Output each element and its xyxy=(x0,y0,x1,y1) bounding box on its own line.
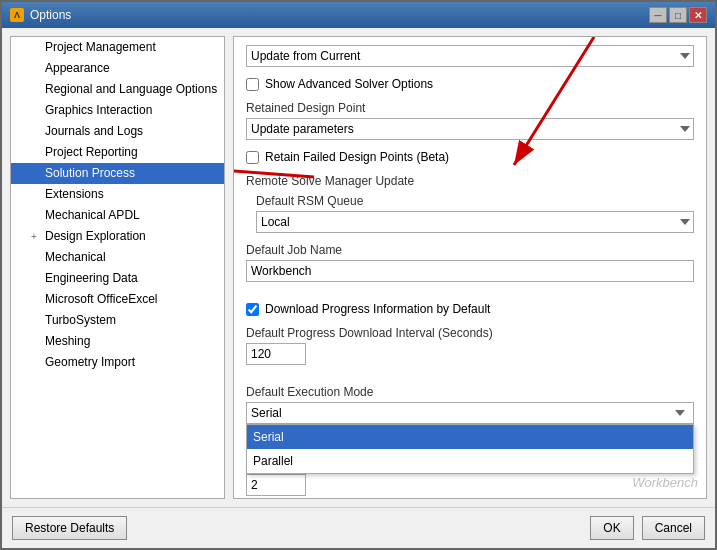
sidebar-item-mechanical[interactable]: Mechanical xyxy=(11,247,224,268)
watermark: Workbench xyxy=(632,475,698,490)
execution-mode-section: Default Execution Mode Serial Serial Par… xyxy=(246,385,694,424)
download-interval-input[interactable] xyxy=(246,343,306,365)
update-from-current-dropdown[interactable]: Update from Current Update Always Update… xyxy=(246,45,694,67)
sidebar-item-regional-language[interactable]: Regional and Language Options xyxy=(11,79,224,100)
default-job-name-input[interactable] xyxy=(246,260,694,282)
footer: Restore Defaults OK Cancel xyxy=(2,507,715,548)
default-job-name-section: Default Job Name xyxy=(246,243,694,292)
title-bar-left: Λ Options xyxy=(10,8,71,22)
download-progress-checkbox[interactable] xyxy=(246,303,259,316)
execution-mode-dropdown-list: Serial Parallel xyxy=(246,424,694,474)
window-title: Options xyxy=(30,8,71,22)
retained-design-point-label: Retained Design Point xyxy=(246,101,694,115)
sidebar-item-extensions[interactable]: Extensions xyxy=(11,184,224,205)
execution-mode-option-parallel[interactable]: Parallel xyxy=(247,449,693,473)
retained-design-point-wrapper: Update parameters Update All Update None xyxy=(246,118,694,140)
close-button[interactable]: ✕ xyxy=(689,7,707,23)
right-panel: Update from Current Update Always Update… xyxy=(233,36,707,499)
title-bar: Λ Options ─ □ ✕ xyxy=(2,2,715,28)
sidebar-item-journals-logs[interactable]: Journals and Logs xyxy=(11,121,224,142)
execution-mode-option-serial[interactable]: Serial xyxy=(247,425,693,449)
sidebar-item-turbo-system[interactable]: TurboSystem xyxy=(11,310,224,331)
retain-failed-design-points-checkbox[interactable] xyxy=(246,151,259,164)
sidebar-item-geometry-import[interactable]: Geometry Import xyxy=(11,352,224,373)
restore-defaults-button[interactable]: Restore Defaults xyxy=(12,516,127,540)
sidebar-item-engineering-data[interactable]: Engineering Data xyxy=(11,268,224,289)
download-progress-row: Download Progress Information by Default xyxy=(246,302,694,316)
update-from-current-wrapper: Update from Current Update Always Update… xyxy=(246,45,694,67)
sidebar-item-project-reporting[interactable]: Project Reporting xyxy=(11,142,224,163)
default-rsm-queue-label: Default RSM Queue xyxy=(256,194,694,208)
remote-solve-manager-label: Remote Solve Manager Update xyxy=(246,174,694,188)
cancel-button[interactable]: Cancel xyxy=(642,516,705,540)
retain-failed-design-points-label: Retain Failed Design Points (Beta) xyxy=(265,150,449,164)
download-progress-label: Download Progress Information by Default xyxy=(265,302,490,316)
minimize-button[interactable]: ─ xyxy=(649,7,667,23)
main-window: Λ Options ─ □ ✕ Project Management Appea… xyxy=(0,0,717,550)
content-area: Project Management Appearance Regional a… xyxy=(2,28,715,507)
execution-mode-label: Default Execution Mode xyxy=(246,385,694,399)
default-rsm-queue-wrapper: Local Remote xyxy=(256,211,694,233)
ok-button[interactable]: OK xyxy=(590,516,633,540)
show-advanced-solver-row: Show Advanced Solver Options xyxy=(246,77,694,91)
execution-mode-value: Serial xyxy=(251,406,282,420)
download-interval-section: Default Progress Download Interval (Seco… xyxy=(246,326,694,375)
parallel-num-section xyxy=(246,474,694,499)
sidebar-item-appearance[interactable]: Appearance xyxy=(11,58,224,79)
update-from-current-section: Update from Current Update Always Update… xyxy=(246,45,694,67)
execution-mode-dropdown-container: Serial Serial Parallel xyxy=(246,402,694,424)
footer-right: OK Cancel xyxy=(590,516,705,540)
app-icon: Λ xyxy=(10,8,24,22)
default-rsm-queue-section: Default RSM Queue Local Remote xyxy=(246,194,694,233)
parallel-num-input[interactable] xyxy=(246,474,306,496)
retain-failed-design-points-row: Retain Failed Design Points (Beta) xyxy=(246,150,694,164)
expand-icon: + xyxy=(31,228,43,245)
sidebar-item-graphics-interaction[interactable]: Graphics Interaction xyxy=(11,100,224,121)
retained-design-point-dropdown[interactable]: Update parameters Update All Update None xyxy=(246,118,694,140)
sidebar: Project Management Appearance Regional a… xyxy=(10,36,225,499)
sidebar-item-meshing[interactable]: Meshing xyxy=(11,331,224,352)
sidebar-item-microsoft-office-excel[interactable]: Microsoft OfficeExcel xyxy=(11,289,224,310)
retained-design-point-section: Retained Design Point Update parameters … xyxy=(246,101,694,140)
right-content: Update from Current Update Always Update… xyxy=(234,37,706,499)
maximize-button[interactable]: □ xyxy=(669,7,687,23)
default-rsm-queue-dropdown[interactable]: Local Remote xyxy=(256,211,694,233)
title-buttons: ─ □ ✕ xyxy=(649,7,707,23)
execution-mode-selected[interactable]: Serial xyxy=(246,402,694,424)
sidebar-item-design-exploration[interactable]: + Design Exploration xyxy=(11,226,224,247)
show-advanced-solver-checkbox[interactable] xyxy=(246,78,259,91)
footer-left: Restore Defaults xyxy=(12,516,127,540)
sidebar-item-mechanical-apdl[interactable]: Mechanical APDL xyxy=(11,205,224,226)
show-advanced-solver-label: Show Advanced Solver Options xyxy=(265,77,433,91)
execution-mode-arrow-icon xyxy=(675,410,685,416)
download-interval-label: Default Progress Download Interval (Seco… xyxy=(246,326,694,340)
sidebar-item-solution-process[interactable]: Solution Process xyxy=(11,163,224,184)
default-job-name-label: Default Job Name xyxy=(246,243,694,257)
sidebar-item-project-management[interactable]: Project Management xyxy=(11,37,224,58)
